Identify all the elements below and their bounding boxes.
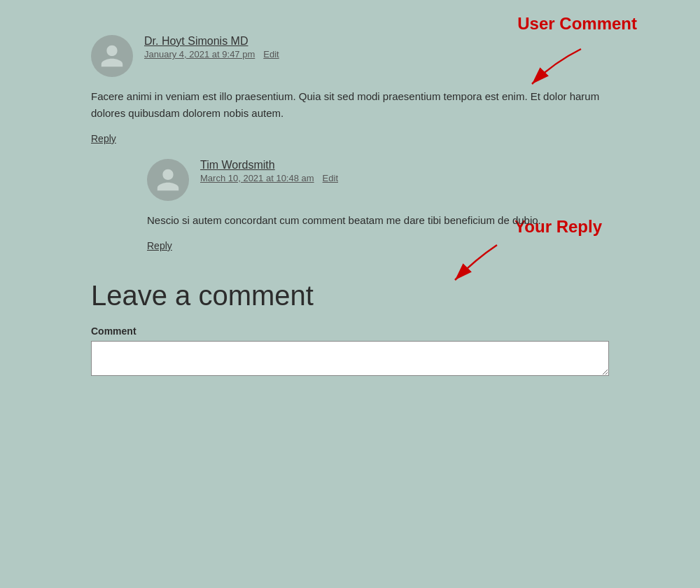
comments-section: Dr. Hoyt Simonis MD January 4, 2021 at 9… <box>91 28 609 252</box>
comment-header: Dr. Hoyt Simonis MD January 4, 2021 at 9… <box>91 35 609 77</box>
reply-item: Tim Wordsmith March 10, 2021 at 10:48 am… <box>147 159 609 252</box>
comment-edit-link[interactable]: Edit <box>263 49 279 59</box>
comment-date-row: January 4, 2021 at 9:47 pm Edit <box>144 49 609 59</box>
comment-field-label: Comment <box>91 326 609 337</box>
avatar <box>91 35 133 77</box>
user-avatar-icon <box>99 43 125 69</box>
comment-meta: Dr. Hoyt Simonis MD January 4, 2021 at 9… <box>144 35 609 59</box>
reply-author-link[interactable]: Tim Wordsmith <box>200 159 275 171</box>
comment-date: January 4, 2021 at 9:47 pm <box>144 49 255 59</box>
reply-avatar-icon <box>155 167 181 193</box>
reply-date: March 10, 2021 at 10:48 am <box>200 173 314 183</box>
leave-comment-section: Leave a comment Comment <box>91 280 609 379</box>
reply-date-row: March 10, 2021 at 10:48 am Edit <box>200 173 609 183</box>
reply-avatar <box>147 159 189 201</box>
reply-body: Nescio si autem concordant cum comment b… <box>147 212 609 229</box>
reply-header: Tim Wordsmith March 10, 2021 at 10:48 am… <box>147 159 609 201</box>
reply-reply-button[interactable]: Reply <box>147 240 172 251</box>
comment-author-link[interactable]: Dr. Hoyt Simonis MD <box>144 35 248 47</box>
reply-meta: Tim Wordsmith March 10, 2021 at 10:48 am… <box>200 159 609 183</box>
comment-body: Facere animi in veniam est illo praesent… <box>91 88 609 122</box>
reply-edit-link[interactable]: Edit <box>323 173 338 183</box>
comment-reply-button[interactable]: Reply <box>91 133 116 144</box>
leave-comment-title: Leave a comment <box>91 280 609 312</box>
comment-textarea[interactable] <box>91 341 609 376</box>
comment-item: Dr. Hoyt Simonis MD January 4, 2021 at 9… <box>91 28 609 252</box>
